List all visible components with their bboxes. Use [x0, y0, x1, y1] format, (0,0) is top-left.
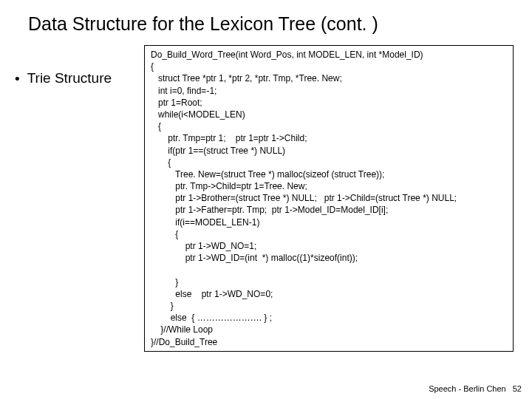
content-area: • Trie Structure Do_Build_Word_Tree(int …	[0, 35, 532, 352]
footer-page-number: 52	[513, 384, 522, 393]
footer-author: Speech - Berlin Chen	[429, 384, 506, 393]
bullet-column: • Trie Structure	[0, 45, 144, 352]
slide-title: Data Structure for the Lexicon Tree (con…	[0, 0, 532, 35]
bullet-item: • Trie Structure	[15, 70, 144, 86]
code-box: Do_Build_Word_Tree(int Word_Pos, int MOD…	[144, 45, 514, 352]
footer: Speech - Berlin Chen 52	[429, 384, 522, 393]
bullet-dot-icon: •	[15, 70, 20, 86]
bullet-text: Trie Structure	[27, 70, 112, 86]
